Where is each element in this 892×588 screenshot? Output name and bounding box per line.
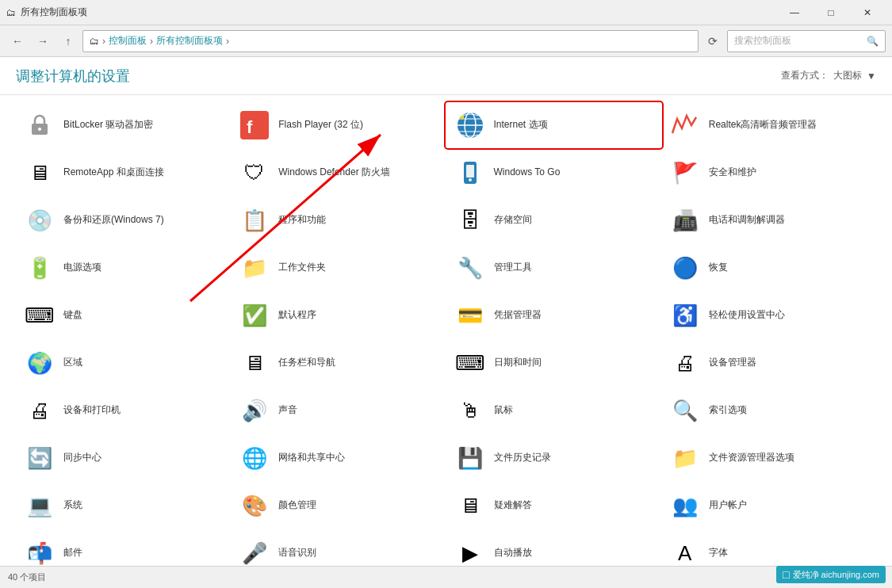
close-button[interactable]: ✕ xyxy=(849,0,886,25)
control-panel-item[interactable]: 📁文件资源管理器选项 xyxy=(661,436,876,480)
control-panel-item[interactable]: 📋程序和功能 xyxy=(231,198,446,242)
item-icon: 🖱 xyxy=(454,395,486,426)
control-panel-item[interactable]: 💿备份和还原(Windows 7) xyxy=(16,198,231,242)
svg-rect-11 xyxy=(466,165,474,178)
item-label: Flash Player (32 位) xyxy=(278,119,363,132)
control-panel-item[interactable]: A字体 xyxy=(661,531,876,566)
control-panel-item[interactable]: ✅默认程序 xyxy=(231,293,446,338)
control-panel-item[interactable]: 🖨设备管理器 xyxy=(661,341,876,385)
control-panel-item[interactable]: 🔋电源选项 xyxy=(16,246,231,290)
control-panel-item[interactable]: 🎤语音识别 xyxy=(231,531,446,566)
control-panel-item[interactable]: 💻系统 xyxy=(16,483,231,528)
item-label: 颜色管理 xyxy=(278,499,316,512)
item-label: 电话和调制解调器 xyxy=(709,214,785,227)
item-label: 字体 xyxy=(709,547,728,559)
control-panel-item[interactable]: 🌐网络和共享中心 xyxy=(231,436,446,480)
item-label: 工作文件夹 xyxy=(278,262,326,274)
item-label: 设备管理器 xyxy=(709,357,756,369)
statusbar: 40 个项目 xyxy=(0,566,892,588)
view-value[interactable]: 大图标 xyxy=(833,69,862,82)
item-icon: 🎨 xyxy=(239,490,270,521)
item-icon: 🖨 xyxy=(24,395,56,426)
control-panel-item[interactable]: 🎨颜色管理 xyxy=(231,483,446,528)
item-icon: 🔊 xyxy=(239,395,270,426)
address-box[interactable]: 🗂 › 控制面板 › 所有控制面板项 › xyxy=(82,30,699,52)
control-panel-item[interactable]: 🔄同步中心 xyxy=(16,436,231,480)
item-label: Internet 选项 xyxy=(494,119,548,132)
control-panel-item[interactable]: 🔊声音 xyxy=(231,388,446,433)
control-panel-item[interactable]: Internet 选项 xyxy=(446,103,661,147)
item-label: 电源选项 xyxy=(63,262,101,274)
forward-button[interactable]: → xyxy=(32,30,54,52)
control-panel-item[interactable]: ⌨日期和时间 xyxy=(446,341,661,385)
control-panel-item[interactable]: 🗄存储空间 xyxy=(446,198,661,242)
breadcrumb-part2[interactable]: 所有控制面板项 xyxy=(156,34,223,48)
svg-point-1 xyxy=(38,128,41,131)
control-panel-item[interactable]: 🔧管理工具 xyxy=(446,246,661,290)
control-panel-item[interactable]: 🖥RemoteApp 和桌面连接 xyxy=(16,151,231,195)
item-icon: 🌍 xyxy=(24,347,56,379)
item-icon: 🌐 xyxy=(239,442,270,474)
view-dropdown-icon[interactable]: ▼ xyxy=(867,71,876,82)
item-icon: 🖥 xyxy=(239,347,270,379)
control-panel-item[interactable]: 🖥疑难解答 xyxy=(446,483,661,528)
control-panel-item[interactable]: 💳凭据管理器 xyxy=(446,293,661,338)
control-panel-item[interactable]: BitLocker 驱动器加密 xyxy=(16,103,231,147)
item-icon: ⌨ xyxy=(24,300,56,331)
item-label: 邮件 xyxy=(63,547,82,559)
item-label: 自动播放 xyxy=(494,547,532,559)
item-icon: ⌨ xyxy=(454,347,486,379)
item-label: 疑难解答 xyxy=(494,499,532,512)
item-label: 备份和还原(Windows 7) xyxy=(63,214,164,227)
item-label: 语音识别 xyxy=(278,547,316,559)
item-icon: 🔋 xyxy=(24,252,56,284)
up-button[interactable]: ↑ xyxy=(57,30,79,52)
control-panel-item[interactable]: 💾文件历史记录 xyxy=(446,436,661,480)
control-panel-item[interactable]: 🛡Windows Defender 防火墙 xyxy=(231,151,446,195)
control-panel-item[interactable]: 🌍区域 xyxy=(16,341,231,385)
item-label: 用户帐户 xyxy=(709,499,747,512)
view-options: 查看方式： 大图标 ▼ xyxy=(781,69,876,82)
breadcrumb-part1[interactable]: 控制面板 xyxy=(109,34,147,48)
control-panel-item[interactable]: 🔍索引选项 xyxy=(661,388,876,433)
minimize-button[interactable]: — xyxy=(776,0,813,25)
control-panel-item[interactable]: 🖥任务栏和导航 xyxy=(231,341,446,385)
item-label: 鼠标 xyxy=(494,404,513,417)
window-title: 所有控制面板项 xyxy=(21,6,87,19)
control-panel-item[interactable]: 📬邮件 xyxy=(16,531,231,566)
item-icon: 🔵 xyxy=(669,252,701,284)
item-icon: 🖥 xyxy=(24,157,56,189)
control-panel-item[interactable]: ▶自动播放 xyxy=(446,531,661,566)
item-icon xyxy=(454,157,486,189)
control-panel-item[interactable]: 📠电话和调制解调器 xyxy=(661,198,876,242)
item-icon: f xyxy=(239,109,270,141)
item-icon: 🖨 xyxy=(669,347,701,379)
search-box[interactable]: 搜索控制面板 🔍 xyxy=(727,30,886,52)
control-panel-item[interactable]: Realtek高清晰音频管理器 xyxy=(661,103,876,147)
item-label: 任务栏和导航 xyxy=(278,357,335,369)
control-panel-item[interactable]: 👥用户帐户 xyxy=(661,483,876,528)
control-panel-item[interactable]: 🖱鼠标 xyxy=(446,388,661,433)
item-label: 文件资源管理器选项 xyxy=(709,452,794,464)
item-label: 网络和共享中心 xyxy=(278,452,345,464)
svg-rect-2 xyxy=(240,111,269,139)
back-button[interactable]: ← xyxy=(6,30,29,52)
control-panel-item[interactable]: 🚩安全和维护 xyxy=(661,151,876,195)
control-panel-item[interactable]: 🖨设备和打印机 xyxy=(16,388,231,433)
control-panel-item[interactable]: 📁工作文件夹 xyxy=(231,246,446,290)
item-label: 安全和维护 xyxy=(709,166,756,179)
item-label: 程序和功能 xyxy=(278,214,326,227)
maximize-button[interactable]: □ xyxy=(813,0,849,25)
item-icon: 🛡 xyxy=(239,157,270,189)
item-label: Windows To Go xyxy=(494,166,561,179)
item-icon xyxy=(24,109,56,141)
control-panel-item[interactable]: 🔵恢复 xyxy=(661,246,876,290)
control-panel-item[interactable]: fFlash Player (32 位) xyxy=(231,103,446,147)
control-panel-item[interactable]: ♿轻松使用设置中心 xyxy=(661,293,876,338)
control-panel-item[interactable]: ⌨键盘 xyxy=(16,293,231,338)
refresh-button[interactable]: ⟳ xyxy=(702,30,724,52)
control-panel-item[interactable]: Windows To Go xyxy=(446,151,661,195)
item-label: 恢复 xyxy=(709,262,728,274)
item-label: 声音 xyxy=(278,404,297,417)
item-label: 凭据管理器 xyxy=(494,309,542,322)
